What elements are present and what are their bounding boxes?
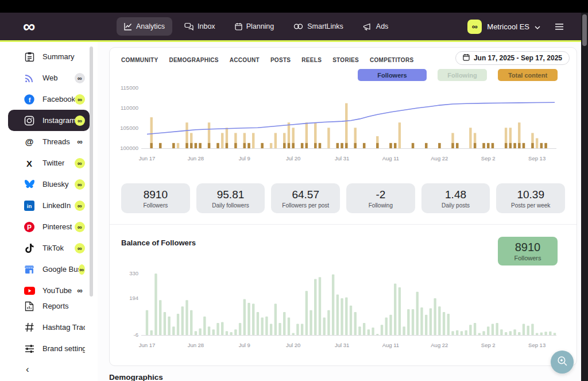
stat-value: 10.39 xyxy=(517,188,544,201)
magnifier-plus-icon xyxy=(557,356,568,369)
sidebar-item-instagram[interactable]: Instagram∞ xyxy=(8,110,90,131)
connection-badge-icon: ∞ xyxy=(75,286,85,296)
svg-text:Aug 11: Aug 11 xyxy=(382,342,399,348)
nav-label: Inbox xyxy=(198,22,215,30)
threads-icon: @ xyxy=(23,137,36,147)
legend-followers[interactable]: Followers xyxy=(358,69,427,81)
summary-icon xyxy=(23,52,36,62)
connection-badge-icon: ∞ xyxy=(75,243,85,253)
sidebar-item-bluesky[interactable]: Bluesky∞ xyxy=(8,174,90,195)
svg-text:Jun 28: Jun 28 xyxy=(188,342,204,348)
sidebar-item-summary[interactable]: Summary xyxy=(8,46,90,67)
svg-text:Sep 13: Sep 13 xyxy=(528,342,546,348)
stat-value: 1.48 xyxy=(445,188,466,201)
sidebar-item-label: Twitter xyxy=(42,159,64,167)
sidebar-item-linkedin[interactable]: inLinkedIn∞ xyxy=(8,195,90,216)
sidebar-item-tiktok[interactable]: TikTok∞ xyxy=(8,237,90,259)
sidebar-item-threads[interactable]: @Threads∞ xyxy=(8,131,90,152)
stat-label: Daily followers xyxy=(212,202,249,209)
sidebar-item-google-busines[interactable]: Google Busines...∞ xyxy=(8,259,90,280)
svg-text:Jul 31: Jul 31 xyxy=(335,342,349,348)
tab-demographics[interactable]: DEMOGRAPHICS xyxy=(169,57,218,63)
svg-text:105000: 105000 xyxy=(120,125,138,131)
tab-community[interactable]: COMMUNITY xyxy=(121,57,158,63)
connection-badge-icon: ∞ xyxy=(75,179,85,190)
window-top-strip xyxy=(0,0,588,13)
page-scrollbar-thumb[interactable] xyxy=(582,14,587,46)
stats-row: 8910Followers95.81Daily followers64.57Fo… xyxy=(121,183,565,213)
sidebar-item-label: YouTube xyxy=(42,286,72,295)
page-scrollbar[interactable] xyxy=(581,13,588,381)
account-menu[interactable]: ∞ Metricool ES xyxy=(467,20,564,34)
nav-ads[interactable]: Ads xyxy=(355,17,396,36)
sidebar-item-label: LinkedIn xyxy=(42,201,71,210)
sidebar-item-twitter[interactable]: XTwitter∞ xyxy=(8,152,90,174)
tab-account[interactable]: ACCOUNT xyxy=(230,57,260,63)
bluesky-icon xyxy=(23,179,36,189)
balance-of-followers-chart: 330194-6Jun 17Jun 28Jul 9Jul 20Jul 31Aug… xyxy=(110,265,577,352)
planning-icon xyxy=(235,22,242,30)
tab-stories[interactable]: STORIES xyxy=(332,57,359,63)
tiktok-icon xyxy=(23,243,36,253)
instagram-icon xyxy=(23,116,36,126)
community-card: COMMUNITYDEMOGRAPHICSACCOUNTPOSTSREELSST… xyxy=(109,47,577,366)
sidebar-item-reports[interactable]: Reports xyxy=(8,295,90,317)
svg-text:@: @ xyxy=(25,137,34,147)
zoom-button[interactable] xyxy=(551,351,574,374)
date-range-picker[interactable]: Jun 17, 2025 - Sep 17, 2025 xyxy=(455,51,570,65)
tab-posts[interactable]: POSTS xyxy=(270,57,291,63)
chevron-down-icon xyxy=(535,21,540,32)
nav-analytics[interactable]: Analytics xyxy=(117,17,172,36)
sidebar-item-label: Web xyxy=(42,74,58,82)
connection-badge-icon: ∞ xyxy=(75,222,85,232)
hamburger-menu-icon[interactable] xyxy=(555,23,564,30)
sidebar-item-label: TikTok xyxy=(42,244,64,252)
web-icon xyxy=(23,73,36,83)
sidebar-collapse-button[interactable]: ‹ xyxy=(26,364,29,375)
legend-following[interactable]: Following xyxy=(438,69,487,81)
connection-badge-icon: ∞ xyxy=(75,73,85,83)
sidebar-item-web[interactable]: Web∞ xyxy=(8,67,90,88)
sidebar-item-label: Bluesky xyxy=(42,180,69,188)
balance-of-followers-title: Balance of Followers xyxy=(121,238,196,247)
brand-avatar: ∞ xyxy=(467,20,482,34)
metricool-logo-icon: ∞ xyxy=(23,14,35,39)
stat-label: Following xyxy=(369,202,393,209)
tab-competitors[interactable]: COMPETITORS xyxy=(370,57,413,63)
svg-text:Jul 20: Jul 20 xyxy=(286,342,300,348)
nav-smartlinks[interactable]: SmartLinks xyxy=(286,17,351,36)
sidebar-item-label: Hashtag Tracker xyxy=(42,323,85,332)
svg-text:f: f xyxy=(29,97,31,103)
nav-inbox[interactable]: Inbox xyxy=(177,17,223,36)
connection-badge-icon: ∞ xyxy=(79,264,85,275)
svg-text:Jul 20: Jul 20 xyxy=(286,155,300,161)
demographics-heading: Demographics xyxy=(109,373,163,381)
sidebar-item-facebook[interactable]: fFacebook∞ xyxy=(8,88,90,110)
sidebar-list: SummaryWeb∞fFacebook∞Instagram∞@Threads∞… xyxy=(0,42,98,359)
sidebar-scrollbar-thumb[interactable] xyxy=(90,47,93,297)
svg-text:110000: 110000 xyxy=(121,105,138,111)
connection-badge-icon: ∞ xyxy=(75,158,85,168)
svg-text:Jun 17: Jun 17 xyxy=(139,342,156,348)
nav-planning[interactable]: Planning xyxy=(227,17,282,36)
svg-text:Sep 2: Sep 2 xyxy=(481,342,496,348)
nav-label: Ads xyxy=(376,22,389,30)
sidebar-item-hashtag-tracker[interactable]: Hashtag Tracker xyxy=(8,317,90,338)
main-area: COMMUNITYDEMOGRAPHICSACCOUNTPOSTSREELSST… xyxy=(98,42,581,381)
hashtag-icon xyxy=(23,322,36,332)
sidebar-item-label: Pinterest xyxy=(42,222,72,231)
tab-reels[interactable]: REELS xyxy=(301,57,322,63)
sidebar-item-pinterest[interactable]: PPinterest∞ xyxy=(8,216,90,237)
stat-value: 8910 xyxy=(144,188,168,201)
stat-value: 64.57 xyxy=(292,188,319,201)
svg-text:115000: 115000 xyxy=(121,84,138,91)
legend-total-content[interactable]: Total content xyxy=(498,69,558,81)
svg-text:P: P xyxy=(27,223,32,231)
svg-text:Jul 9: Jul 9 xyxy=(239,342,250,348)
facebook-icon: f xyxy=(23,94,36,105)
sidebar-item-brand-settings[interactable]: Brand settings xyxy=(8,338,90,359)
connection-badge-icon: ∞ xyxy=(75,201,85,211)
smartlinks-icon xyxy=(293,23,303,30)
stat-daily-posts: 1.48Daily posts xyxy=(421,183,490,213)
balance-total-badge: 8910 Followers xyxy=(498,237,558,265)
